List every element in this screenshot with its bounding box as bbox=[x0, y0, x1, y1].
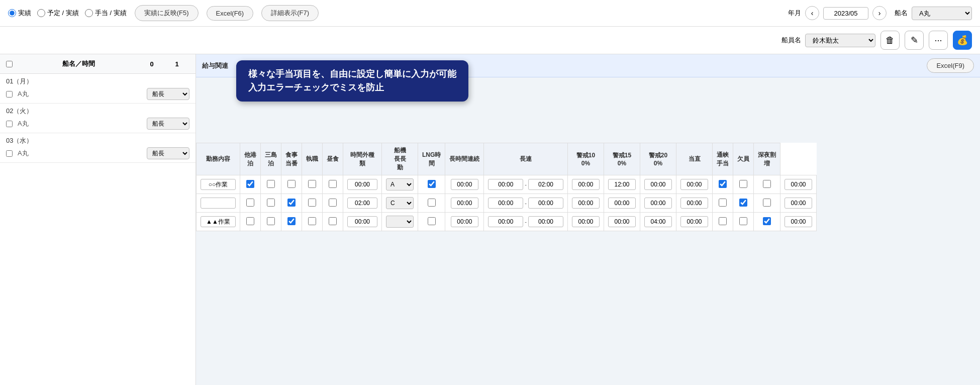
cell-w10-2[interactable] bbox=[604, 194, 640, 213]
cb-meal-2[interactable] bbox=[287, 199, 296, 207]
cell-overtime-type-3[interactable] bbox=[343, 213, 382, 231]
cell-meal-1[interactable] bbox=[281, 175, 302, 194]
cell-long-haul-1[interactable] bbox=[418, 175, 445, 194]
long-conn-3[interactable] bbox=[572, 216, 600, 227]
year-month-input[interactable] bbox=[823, 7, 868, 20]
cb-mishima-3[interactable] bbox=[267, 217, 275, 225]
money-button[interactable]: 💰 bbox=[953, 31, 972, 50]
cb-absent-2[interactable] bbox=[763, 199, 771, 207]
long-cont-end-1[interactable] bbox=[528, 179, 563, 190]
cb-duty-2[interactable] bbox=[719, 199, 727, 207]
cell-ot-cat-2[interactable]: ABC bbox=[382, 194, 418, 213]
w15-2[interactable] bbox=[644, 198, 672, 209]
cell-mishima-2[interactable] bbox=[261, 194, 281, 213]
prev-month-button[interactable]: ‹ bbox=[805, 6, 819, 20]
cb-lunch-1[interactable] bbox=[329, 180, 337, 188]
cell-duty-2[interactable] bbox=[197, 194, 240, 213]
reflect-button[interactable]: 実績に反映(F5) bbox=[135, 5, 199, 21]
duty-input-3[interactable] bbox=[201, 216, 236, 227]
long-cont-start-3[interactable] bbox=[488, 216, 523, 227]
cb-long-haul-3[interactable] bbox=[428, 217, 436, 225]
cell-lng-time-3[interactable] bbox=[445, 213, 484, 231]
cb-strait-3[interactable] bbox=[739, 217, 747, 225]
cell-late-night-2[interactable] bbox=[780, 194, 817, 213]
cell-overtime-type-1[interactable] bbox=[343, 175, 382, 194]
ot-cat-select-3[interactable]: ABC bbox=[386, 216, 414, 228]
cell-lunch-2[interactable] bbox=[323, 194, 343, 213]
long-conn-1[interactable] bbox=[572, 179, 600, 190]
day-checkbox-01[interactable] bbox=[6, 91, 13, 98]
long-cont-start-1[interactable] bbox=[488, 179, 523, 190]
cell-long-cont-3[interactable]: - bbox=[484, 213, 568, 231]
cb-meal-3[interactable] bbox=[287, 217, 296, 225]
next-month-button[interactable]: › bbox=[872, 6, 887, 20]
cell-other-port-2[interactable] bbox=[240, 194, 261, 213]
day-checkbox-02[interactable] bbox=[6, 121, 13, 127]
long-cont-end-2[interactable] bbox=[528, 198, 563, 209]
cb-exec-1[interactable] bbox=[308, 180, 316, 188]
cell-duty-3[interactable] bbox=[197, 213, 240, 231]
cell-duty-check-2[interactable] bbox=[713, 194, 733, 213]
cell-lng-time-2[interactable] bbox=[445, 194, 484, 213]
cb-absent-1[interactable] bbox=[763, 180, 771, 188]
cell-absent-1[interactable] bbox=[754, 175, 780, 194]
w15-3[interactable] bbox=[644, 216, 672, 227]
cell-strait-3[interactable] bbox=[733, 213, 754, 231]
cell-long-cont-2[interactable]: - bbox=[484, 194, 568, 213]
role-select-02[interactable]: 船長機関長航海士機関士 bbox=[147, 118, 189, 130]
w20-1[interactable] bbox=[680, 179, 708, 190]
cell-duty-1[interactable] bbox=[197, 175, 240, 194]
cb-duty-1[interactable] bbox=[719, 180, 727, 188]
cell-long-haul-3[interactable] bbox=[418, 213, 445, 231]
role-select-03[interactable]: 船長機関長航海士機関士 bbox=[147, 147, 189, 159]
cell-overtime-type-2[interactable] bbox=[343, 194, 382, 213]
cell-strait-2[interactable] bbox=[733, 194, 754, 213]
detail-button[interactable]: 詳細表示(F7) bbox=[261, 5, 319, 21]
cb-exec-3[interactable] bbox=[308, 217, 316, 225]
crew-select[interactable]: 鈴木勤太 田中一郎 山田次郎 bbox=[805, 34, 875, 47]
ship-select[interactable]: A丸 B丸 C丸 bbox=[912, 7, 972, 20]
cell-lunch-3[interactable] bbox=[323, 213, 343, 231]
duty-input-2[interactable] bbox=[201, 198, 236, 209]
cell-absent-3[interactable] bbox=[754, 213, 780, 231]
radio-teate-jisseki[interactable]: 手当 / 実績 bbox=[85, 9, 127, 18]
cell-ot-cat-1[interactable]: ABC bbox=[382, 175, 418, 194]
w15-1[interactable] bbox=[644, 179, 672, 190]
cell-absent-2[interactable] bbox=[754, 194, 780, 213]
cell-w10-3[interactable] bbox=[604, 213, 640, 231]
cell-ot-cat-3[interactable]: ABC bbox=[382, 213, 418, 231]
cell-other-port-1[interactable] bbox=[240, 175, 261, 194]
role-select-01[interactable]: 船長機関長航海士機関士 bbox=[147, 88, 189, 100]
cell-meal-2[interactable] bbox=[281, 194, 302, 213]
cb-strait-2[interactable] bbox=[739, 199, 747, 207]
delete-button[interactable]: 🗑 bbox=[880, 31, 900, 50]
ot-cat-select-1[interactable]: ABC bbox=[386, 178, 414, 190]
cell-mishima-3[interactable] bbox=[261, 213, 281, 231]
cell-w15-2[interactable] bbox=[640, 194, 676, 213]
cell-duty-check-1[interactable] bbox=[713, 175, 733, 194]
cb-mishima-2[interactable] bbox=[267, 199, 275, 207]
cb-mishima-1[interactable] bbox=[267, 180, 275, 188]
cb-strait-1[interactable] bbox=[739, 180, 747, 188]
cb-long-haul-2[interactable] bbox=[428, 199, 436, 207]
duty-input-1[interactable] bbox=[201, 179, 236, 190]
cb-lunch-3[interactable] bbox=[329, 217, 337, 225]
w20-2[interactable] bbox=[680, 198, 708, 209]
late-night-3[interactable] bbox=[785, 216, 812, 227]
w10-1[interactable] bbox=[608, 179, 636, 190]
lng-time-input-2[interactable] bbox=[451, 198, 478, 209]
long-cont-end-3[interactable] bbox=[528, 216, 563, 227]
cb-duty-3[interactable] bbox=[719, 217, 727, 225]
cell-w20-3[interactable] bbox=[676, 213, 713, 231]
cb-exec-2[interactable] bbox=[308, 199, 316, 207]
cell-strait-1[interactable] bbox=[733, 175, 754, 194]
cell-long-conn-1[interactable] bbox=[568, 175, 604, 194]
cb-other-port-3[interactable] bbox=[246, 217, 254, 225]
excel-f9-button[interactable]: Excel(F9) bbox=[927, 58, 974, 73]
w10-3[interactable] bbox=[608, 216, 636, 227]
lng-time-input-3[interactable] bbox=[451, 216, 478, 227]
select-all-checkbox[interactable] bbox=[6, 61, 13, 67]
ot-cat-select-2[interactable]: ABC bbox=[386, 197, 414, 209]
long-cont-start-2[interactable] bbox=[488, 198, 523, 209]
cell-w15-3[interactable] bbox=[640, 213, 676, 231]
